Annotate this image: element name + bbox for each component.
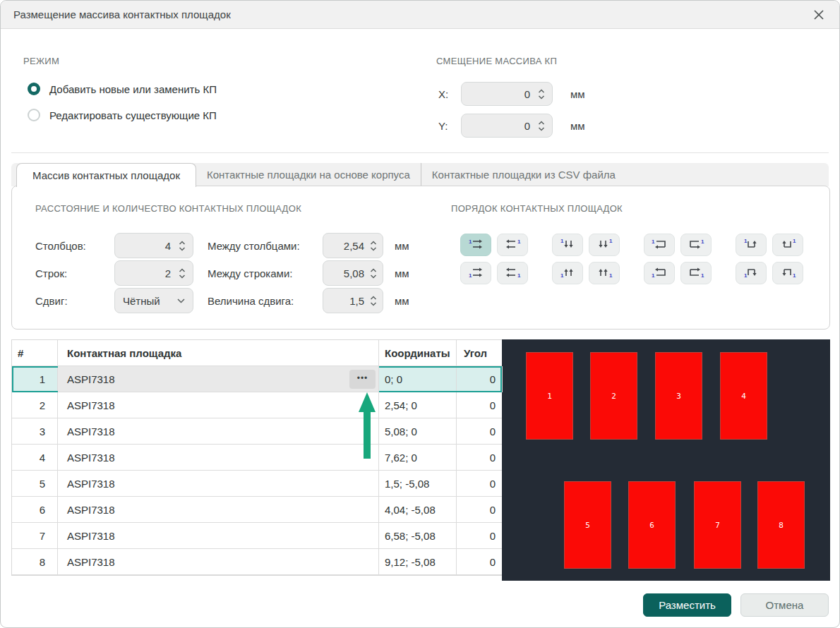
pad-order-button[interactable]: 1	[497, 234, 528, 256]
tab[interactable]: Контактные площадки из CSV файла	[421, 163, 626, 186]
count-spinner[interactable]: 2	[114, 260, 193, 286]
field-label: Сдвиг:	[35, 295, 114, 307]
snake-h-br-icon: 1	[688, 267, 704, 280]
spin-arrows-icon[interactable]	[370, 268, 377, 279]
row-number: 4	[12, 445, 58, 471]
field-label: Величина сдвига:	[208, 295, 323, 307]
pad-order-button[interactable]: 1	[460, 262, 491, 284]
pad-order-button[interactable]: 1	[552, 262, 583, 284]
rows-right-bottom-icon: 1	[467, 267, 484, 280]
tab-panel: РАССТОЯНИЕ И КОЛИЧЕСТВО КОНТАКТНЫХ ПЛОЩА…	[11, 186, 830, 330]
preview-pad: 6	[628, 481, 676, 569]
spin-arrows-icon[interactable]	[179, 268, 186, 279]
table-row[interactable]: 7 ASPI7318 6,58; -5,08 0	[12, 523, 502, 549]
table-row[interactable]: 6 ASPI7318 4,04; -5,08 0	[12, 497, 502, 523]
pad-order-button[interactable]: 1	[772, 262, 803, 284]
pad-order-button[interactable]: 1	[680, 262, 712, 284]
pad-coordinates: 9,12; -5,08	[379, 549, 457, 575]
svg-text:1: 1	[793, 238, 796, 244]
field-label: Между столбцами:	[208, 240, 323, 252]
field-label: Между строками:	[208, 267, 323, 279]
close-icon[interactable]	[811, 7, 827, 23]
count-spinner[interactable]: 4	[114, 233, 193, 258]
distance-spinner[interactable]: 5,08	[323, 260, 383, 286]
mode-radio-option[interactable]: Редактировать существующие КП	[28, 107, 217, 123]
unit-label: мм	[395, 295, 409, 307]
table-row[interactable]: 1 ASPI7318 ••• 0; 0 0	[12, 366, 502, 392]
spacing-row: Столбцов: 4 Между столбцами: 2,54	[35, 233, 409, 258]
ellipsis-button[interactable]: •••	[349, 370, 376, 389]
radio-icon[interactable]	[28, 83, 40, 95]
order-group-rows: 1111	[460, 234, 528, 284]
tab[interactable]: Контактные площадки на основе корпуса	[196, 163, 421, 186]
tab-label: Контактные площадки на основе корпуса	[207, 169, 410, 181]
row-number: 8	[12, 549, 58, 575]
place-button[interactable]: Разместить	[643, 593, 731, 617]
pad-coordinates: 4,04; -5,08	[379, 497, 457, 523]
snake-v-br-icon: 1	[779, 267, 796, 280]
field-label: Строк:	[35, 267, 114, 279]
preview-pad-number: 1	[547, 392, 552, 401]
table-row[interactable]: 4 ASPI7318 7,62; 0 0	[12, 445, 502, 471]
pad-order-button[interactable]: 1	[680, 234, 712, 256]
pad-name: ASPI7318	[67, 504, 115, 516]
pad-order-button[interactable]: 1	[644, 262, 675, 284]
svg-text:1: 1	[609, 272, 613, 278]
spin-arrows-icon[interactable]	[538, 121, 545, 131]
offset-heading: СМЕЩЕНИЕ МАССИВА КП	[436, 56, 557, 66]
place-pad-array-dialog: Размещение массива контактных площадок Р…	[0, 0, 840, 628]
pad-order-groups: 1111 1111 1111 1111	[460, 234, 803, 284]
distance-spinner[interactable]: 2,54	[323, 233, 383, 258]
pad-angle: 0	[457, 392, 503, 418]
table-row[interactable]: 8 ASPI7318 9,12; -5,08 0	[12, 549, 502, 575]
preview-pad-number: 6	[649, 521, 654, 530]
pad-name: ASPI7318	[67, 556, 115, 568]
pad-order-button[interactable]: 1	[772, 234, 803, 256]
spin-arrows-icon[interactable]	[179, 241, 186, 251]
pad-array-preview: 1 2 3 4 5 6 7	[502, 339, 830, 581]
preview-pad: 7	[694, 481, 741, 569]
tab[interactable]: Массив контактных площадок	[16, 163, 196, 187]
offset-spinner[interactable]: 0	[461, 82, 553, 106]
table-row[interactable]: 3 ASPI7318 5,08; 0 0	[12, 418, 502, 445]
pad-order-button[interactable]: 1	[644, 234, 675, 256]
chevron-down-icon	[177, 298, 185, 303]
pad-order-button[interactable]: 1	[589, 262, 620, 284]
offset-spinner[interactable]: 0	[461, 114, 553, 138]
radio-icon[interactable]	[28, 109, 40, 121]
cancel-button[interactable]: Отмена	[740, 593, 829, 617]
cols-up-right-icon: 1	[596, 267, 613, 280]
pad-order-button[interactable]: 1	[736, 262, 767, 284]
table-row[interactable]: 2 ASPI7318 2,54; 0 0	[12, 392, 502, 418]
svg-text:1: 1	[609, 238, 613, 244]
pad-order-button[interactable]: 1	[589, 234, 620, 256]
svg-text:1: 1	[744, 238, 748, 244]
mode-radio-option[interactable]: Добавить новые или заменить КП	[28, 81, 217, 97]
snake-h-bl-icon: 1	[651, 267, 668, 280]
pad-order-button[interactable]: 1	[552, 234, 583, 256]
snake-h-tr-icon: 1	[688, 238, 704, 252]
pad-order-button[interactable]: 1	[497, 262, 528, 284]
pad-order-button[interactable]: 1	[736, 234, 767, 256]
spin-arrows-icon[interactable]	[370, 241, 377, 251]
spin-arrows-icon[interactable]	[538, 89, 545, 99]
table-row[interactable]: 5 ASPI7318 1,5; -5,08 0	[12, 471, 502, 497]
rows-left-bottom-icon: 1	[504, 267, 521, 280]
table-header: # Контактная площадка Координаты Угол	[12, 340, 502, 366]
tab-label: Контактные площадки из CSV файла	[432, 169, 616, 181]
offset-axis-label: X:	[438, 88, 461, 100]
pad-coordinates: 2,54; 0	[379, 392, 457, 418]
offset-value: 0	[524, 120, 530, 132]
distance-spinner[interactable]: 1,5	[323, 288, 383, 313]
svg-text:1: 1	[469, 238, 472, 245]
cols-down-right-icon: 1	[596, 238, 613, 252]
unit-label: мм	[395, 267, 409, 279]
callout-arrow-up-icon	[357, 391, 377, 459]
snake-h-tl-icon: 1	[651, 238, 668, 252]
row-number: 6	[12, 497, 58, 523]
shift-select[interactable]: Чётный	[114, 288, 193, 313]
radio-label: Добавить новые или заменить КП	[49, 83, 217, 95]
pad-order-button[interactable]: 1	[460, 234, 491, 256]
svg-text:1: 1	[560, 238, 564, 244]
spin-arrows-icon[interactable]	[370, 296, 377, 306]
